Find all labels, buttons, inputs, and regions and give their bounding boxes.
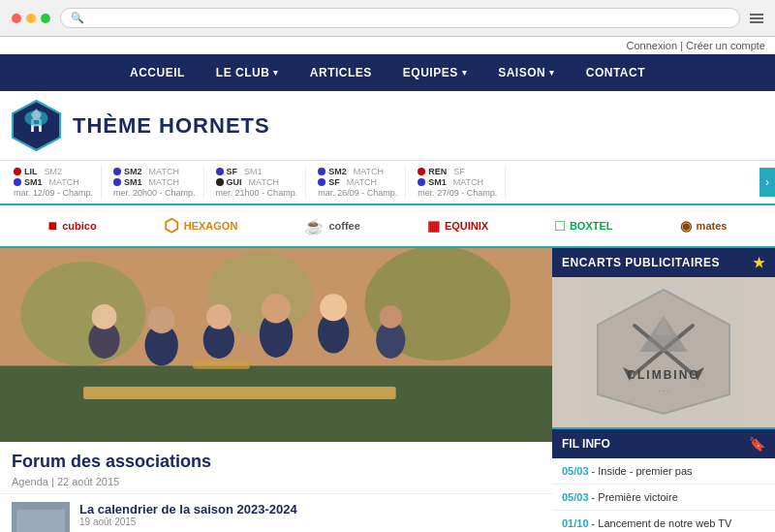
- team-dot: [216, 178, 224, 186]
- team-dot: [14, 178, 21, 186]
- main-content-area: Forum des associations Agenda | 22 août …: [0, 248, 552, 532]
- chevron-down-icon: ▾: [273, 68, 279, 78]
- ticker-item: REN SF SM1 MATCH mer. 27/09 - Champ.: [410, 165, 506, 200]
- sponsor-name: coffee: [328, 220, 359, 232]
- sponsor-equinix[interactable]: ▦ EQUINIX: [427, 218, 488, 234]
- nav-item-equipes[interactable]: EQUIPES ▾: [388, 54, 482, 91]
- nav-item-contact[interactable]: CONTACT: [571, 54, 661, 91]
- sponsor-coffee[interactable]: ☕ coffee: [304, 217, 359, 235]
- team-dot: [14, 168, 21, 175]
- fil-date: 01/10: [562, 517, 589, 529]
- matches-ticker: LIL SM2 SM1 MATCH mar. 12/09 - Champ. SM…: [0, 161, 775, 205]
- minimize-button[interactable]: [26, 14, 36, 23]
- website-container: Connexion | Créer un compte ACCUEIL LE C…: [0, 37, 775, 532]
- chevron-down-icon: ▾: [462, 68, 468, 78]
- separator: |: [680, 40, 683, 51]
- team-dot: [418, 178, 425, 186]
- secondary-article-date: 19 août 2015: [79, 516, 297, 527]
- fil-date: 05/03: [562, 465, 589, 477]
- close-button[interactable]: [12, 14, 21, 23]
- star-icon: ★: [753, 255, 766, 270]
- secondary-article-text: La calendrier de la saison 2023-2024 19 …: [79, 502, 297, 532]
- svg-text:CLIMBING: CLIMBING: [627, 368, 699, 382]
- creer-compte-link[interactable]: Créer un compte: [686, 40, 765, 51]
- fil-info-title: FIL INFO: [562, 437, 610, 451]
- address-bar[interactable]: 🔍: [60, 8, 740, 28]
- menu-line: [750, 14, 763, 16]
- fil-text: - Lancement de notre web TV: [592, 517, 732, 529]
- ticker-item: SM2 MATCH SM1 MATCH mer. 20h00 - Champ.: [106, 165, 204, 200]
- site-title: THÈME HORNETS: [73, 113, 765, 139]
- top-bar: Connexion | Créer un compte: [0, 37, 775, 54]
- sponsor-name: cubico: [62, 220, 96, 232]
- secondary-article-title[interactable]: La calendrier de la saison 2023-2024: [79, 502, 297, 516]
- right-sidebar: ENCARTS PUBLICITAIRES ★: [552, 248, 775, 532]
- team-dot: [318, 178, 326, 186]
- hexagon-icon: ⬡: [164, 215, 179, 236]
- ads-section: ENCARTS PUBLICITAIRES ★: [552, 248, 775, 427]
- sponsor-name: HEXAGON: [184, 220, 238, 232]
- menu-line: [750, 17, 763, 19]
- team-dot: [113, 168, 121, 175]
- sponsor-name: mates: [697, 220, 728, 232]
- nav-item-saison[interactable]: SAISON ▾: [482, 54, 571, 91]
- boxtel-icon: □: [555, 217, 565, 235]
- fil-info-item[interactable]: 05/03 - Première victoire: [552, 485, 775, 511]
- bookmark-icon: 🔖: [749, 436, 765, 452]
- search-icon: 🔍: [71, 12, 84, 24]
- menu-line: [750, 21, 763, 23]
- team-dot: [418, 168, 425, 175]
- nav-item-accueil[interactable]: ACCUEIL: [114, 54, 201, 91]
- sponsor-boxtel[interactable]: □ BOXTEL: [555, 217, 612, 235]
- featured-article-meta: Agenda | 22 août 2015: [12, 476, 541, 487]
- article-thumbnail: [12, 502, 70, 532]
- ad-display[interactable]: CLIMBING · · ·: [552, 277, 775, 427]
- ticker-item: SF SM1 GUI MATCH mer. 21h00 - Champ.: [208, 165, 307, 200]
- fil-info-item[interactable]: 01/10 - Lancement de notre web TV: [552, 511, 775, 532]
- featured-article-info: Forum des associations Agenda | 22 août …: [0, 442, 552, 493]
- sponsor-cubico[interactable]: ■ cubico: [48, 217, 97, 235]
- featured-article-title[interactable]: Forum des associations: [12, 452, 541, 472]
- sponsor-name: EQUINIX: [445, 220, 488, 232]
- content-wrapper: Forum des associations Agenda | 22 août …: [0, 248, 775, 532]
- mates-icon: ◉: [680, 218, 692, 234]
- featured-image: [0, 248, 552, 442]
- coffee-icon: ☕: [304, 217, 324, 235]
- nav-item-articles[interactable]: ARTICLES: [294, 54, 388, 91]
- article-category[interactable]: Agenda: [12, 476, 48, 487]
- sponsor-name: BOXTEL: [570, 220, 613, 232]
- svg-text:· · ·: · · ·: [658, 387, 668, 395]
- browser-chrome: 🔍: [0, 0, 775, 37]
- fil-text: - Inside - premier pas: [592, 465, 693, 477]
- maximize-button[interactable]: [41, 14, 50, 23]
- sponsors-bar: ■ cubico ⬡ HEXAGON ☕ coffee ▦ EQUINIX □ …: [0, 205, 775, 248]
- ads-header: ENCARTS PUBLICITAIRES ★: [552, 248, 775, 277]
- fil-info-item[interactable]: 05/03 - Inside - premier pas: [552, 458, 775, 485]
- fil-info-header: FIL INFO 🔖: [552, 429, 775, 458]
- sponsor-hexagon[interactable]: ⬡ HEXAGON: [164, 215, 238, 236]
- ticker-item: SM2 MATCH SF MATCH mar. 26/09 - Champ.: [310, 165, 406, 200]
- team-dot: [318, 168, 326, 175]
- window-controls: [12, 14, 50, 23]
- svg-rect-23: [0, 248, 552, 442]
- photo-scene: [0, 248, 552, 442]
- main-navigation: ACCUEIL LE CLUB ▾ ARTICLES EQUIPES ▾ SAI…: [0, 54, 775, 91]
- nav-item-le-club[interactable]: LE CLUB ▾: [201, 54, 294, 91]
- ads-title: ENCARTS PUBLICITAIRES: [562, 256, 720, 269]
- sponsor-mates[interactable]: ◉ mates: [680, 218, 728, 234]
- chevron-down-icon: ▾: [549, 68, 555, 78]
- fil-text: - Première victoire: [592, 491, 678, 503]
- nav-list: ACCUEIL LE CLUB ▾ ARTICLES EQUIPES ▾ SAI…: [114, 54, 661, 91]
- cubico-icon: ■: [48, 217, 58, 235]
- club-logo: H: [10, 99, 63, 152]
- ticker-next-arrow[interactable]: ›: [760, 168, 775, 197]
- connexion-link[interactable]: Connexion: [626, 40, 677, 51]
- svg-rect-25: [16, 510, 65, 532]
- team-dot: [216, 168, 224, 175]
- hero-section: H THÈME HORNETS: [0, 91, 775, 161]
- article-date: 22 août 2015: [57, 476, 119, 487]
- secondary-article: La calendrier de la saison 2023-2024 19 …: [0, 493, 552, 532]
- team-dot: [113, 178, 121, 186]
- browser-menu-icon[interactable]: [750, 14, 763, 23]
- fil-date: 05/03: [562, 491, 589, 503]
